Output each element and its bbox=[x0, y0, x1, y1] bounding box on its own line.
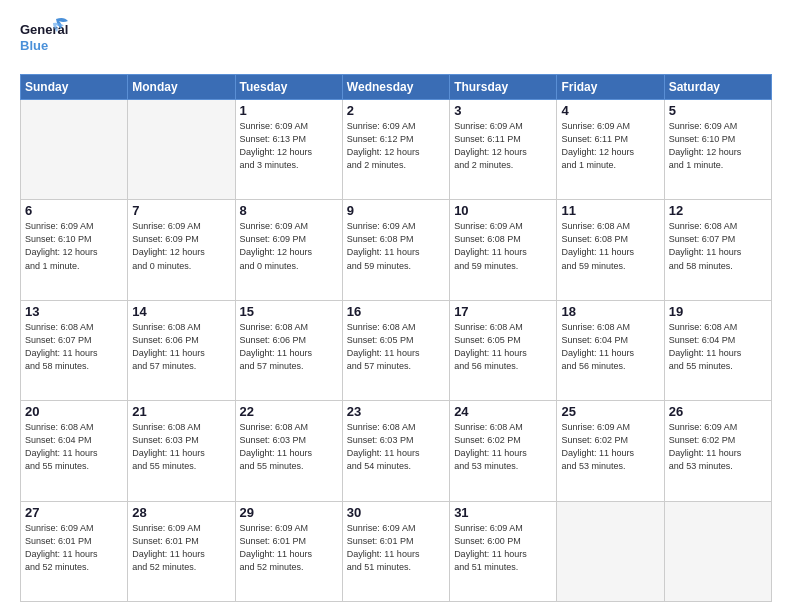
calendar-table: SundayMondayTuesdayWednesdayThursdayFrid… bbox=[20, 74, 772, 602]
day-cell-empty bbox=[557, 501, 664, 601]
day-cell-27: 27Sunrise: 6:09 AM Sunset: 6:01 PM Dayli… bbox=[21, 501, 128, 601]
day-cell-26: 26Sunrise: 6:09 AM Sunset: 6:02 PM Dayli… bbox=[664, 401, 771, 501]
day-info-13: Sunrise: 6:08 AM Sunset: 6:07 PM Dayligh… bbox=[25, 321, 123, 373]
day-cell-20: 20Sunrise: 6:08 AM Sunset: 6:04 PM Dayli… bbox=[21, 401, 128, 501]
day-cell-8: 8Sunrise: 6:09 AM Sunset: 6:09 PM Daylig… bbox=[235, 200, 342, 300]
day-info-22: Sunrise: 6:08 AM Sunset: 6:03 PM Dayligh… bbox=[240, 421, 338, 473]
weekday-friday: Friday bbox=[557, 75, 664, 100]
day-info-10: Sunrise: 6:09 AM Sunset: 6:08 PM Dayligh… bbox=[454, 220, 552, 272]
day-info-26: Sunrise: 6:09 AM Sunset: 6:02 PM Dayligh… bbox=[669, 421, 767, 473]
day-info-9: Sunrise: 6:09 AM Sunset: 6:08 PM Dayligh… bbox=[347, 220, 445, 272]
day-info-29: Sunrise: 6:09 AM Sunset: 6:01 PM Dayligh… bbox=[240, 522, 338, 574]
weekday-row: SundayMondayTuesdayWednesdayThursdayFrid… bbox=[21, 75, 772, 100]
day-info-3: Sunrise: 6:09 AM Sunset: 6:11 PM Dayligh… bbox=[454, 120, 552, 172]
day-info-4: Sunrise: 6:09 AM Sunset: 6:11 PM Dayligh… bbox=[561, 120, 659, 172]
day-number-25: 25 bbox=[561, 404, 659, 419]
day-number-14: 14 bbox=[132, 304, 230, 319]
day-cell-23: 23Sunrise: 6:08 AM Sunset: 6:03 PM Dayli… bbox=[342, 401, 449, 501]
day-cell-17: 17Sunrise: 6:08 AM Sunset: 6:05 PM Dayli… bbox=[450, 300, 557, 400]
day-cell-30: 30Sunrise: 6:09 AM Sunset: 6:01 PM Dayli… bbox=[342, 501, 449, 601]
day-number-26: 26 bbox=[669, 404, 767, 419]
day-info-18: Sunrise: 6:08 AM Sunset: 6:04 PM Dayligh… bbox=[561, 321, 659, 373]
day-info-11: Sunrise: 6:08 AM Sunset: 6:08 PM Dayligh… bbox=[561, 220, 659, 272]
day-number-30: 30 bbox=[347, 505, 445, 520]
day-number-17: 17 bbox=[454, 304, 552, 319]
day-number-5: 5 bbox=[669, 103, 767, 118]
day-cell-14: 14Sunrise: 6:08 AM Sunset: 6:06 PM Dayli… bbox=[128, 300, 235, 400]
day-info-1: Sunrise: 6:09 AM Sunset: 6:13 PM Dayligh… bbox=[240, 120, 338, 172]
day-cell-25: 25Sunrise: 6:09 AM Sunset: 6:02 PM Dayli… bbox=[557, 401, 664, 501]
day-info-16: Sunrise: 6:08 AM Sunset: 6:05 PM Dayligh… bbox=[347, 321, 445, 373]
week-row-3: 13Sunrise: 6:08 AM Sunset: 6:07 PM Dayli… bbox=[21, 300, 772, 400]
day-number-9: 9 bbox=[347, 203, 445, 218]
day-number-3: 3 bbox=[454, 103, 552, 118]
day-number-19: 19 bbox=[669, 304, 767, 319]
day-info-31: Sunrise: 6:09 AM Sunset: 6:00 PM Dayligh… bbox=[454, 522, 552, 574]
day-number-2: 2 bbox=[347, 103, 445, 118]
weekday-monday: Monday bbox=[128, 75, 235, 100]
day-info-14: Sunrise: 6:08 AM Sunset: 6:06 PM Dayligh… bbox=[132, 321, 230, 373]
week-row-1: 1Sunrise: 6:09 AM Sunset: 6:13 PM Daylig… bbox=[21, 100, 772, 200]
day-number-23: 23 bbox=[347, 404, 445, 419]
day-cell-10: 10Sunrise: 6:09 AM Sunset: 6:08 PM Dayli… bbox=[450, 200, 557, 300]
day-number-31: 31 bbox=[454, 505, 552, 520]
day-info-7: Sunrise: 6:09 AM Sunset: 6:09 PM Dayligh… bbox=[132, 220, 230, 272]
header: General Blue bbox=[20, 16, 772, 64]
day-cell-11: 11Sunrise: 6:08 AM Sunset: 6:08 PM Dayli… bbox=[557, 200, 664, 300]
day-number-21: 21 bbox=[132, 404, 230, 419]
day-cell-3: 3Sunrise: 6:09 AM Sunset: 6:11 PM Daylig… bbox=[450, 100, 557, 200]
day-cell-2: 2Sunrise: 6:09 AM Sunset: 6:12 PM Daylig… bbox=[342, 100, 449, 200]
day-cell-31: 31Sunrise: 6:09 AM Sunset: 6:00 PM Dayli… bbox=[450, 501, 557, 601]
day-info-23: Sunrise: 6:08 AM Sunset: 6:03 PM Dayligh… bbox=[347, 421, 445, 473]
day-info-8: Sunrise: 6:09 AM Sunset: 6:09 PM Dayligh… bbox=[240, 220, 338, 272]
day-cell-12: 12Sunrise: 6:08 AM Sunset: 6:07 PM Dayli… bbox=[664, 200, 771, 300]
day-info-21: Sunrise: 6:08 AM Sunset: 6:03 PM Dayligh… bbox=[132, 421, 230, 473]
day-number-1: 1 bbox=[240, 103, 338, 118]
day-number-8: 8 bbox=[240, 203, 338, 218]
logo-svg: General Blue bbox=[20, 16, 70, 64]
weekday-saturday: Saturday bbox=[664, 75, 771, 100]
day-cell-21: 21Sunrise: 6:08 AM Sunset: 6:03 PM Dayli… bbox=[128, 401, 235, 501]
calendar-body: 1Sunrise: 6:09 AM Sunset: 6:13 PM Daylig… bbox=[21, 100, 772, 602]
weekday-tuesday: Tuesday bbox=[235, 75, 342, 100]
weekday-sunday: Sunday bbox=[21, 75, 128, 100]
day-number-13: 13 bbox=[25, 304, 123, 319]
day-cell-6: 6Sunrise: 6:09 AM Sunset: 6:10 PM Daylig… bbox=[21, 200, 128, 300]
day-cell-22: 22Sunrise: 6:08 AM Sunset: 6:03 PM Dayli… bbox=[235, 401, 342, 501]
day-number-24: 24 bbox=[454, 404, 552, 419]
day-cell-18: 18Sunrise: 6:08 AM Sunset: 6:04 PM Dayli… bbox=[557, 300, 664, 400]
logo: General Blue bbox=[20, 16, 70, 64]
day-info-12: Sunrise: 6:08 AM Sunset: 6:07 PM Dayligh… bbox=[669, 220, 767, 272]
weekday-wednesday: Wednesday bbox=[342, 75, 449, 100]
day-cell-16: 16Sunrise: 6:08 AM Sunset: 6:05 PM Dayli… bbox=[342, 300, 449, 400]
day-number-7: 7 bbox=[132, 203, 230, 218]
day-cell-1: 1Sunrise: 6:09 AM Sunset: 6:13 PM Daylig… bbox=[235, 100, 342, 200]
day-number-22: 22 bbox=[240, 404, 338, 419]
day-cell-empty bbox=[128, 100, 235, 200]
day-number-27: 27 bbox=[25, 505, 123, 520]
day-number-18: 18 bbox=[561, 304, 659, 319]
day-info-20: Sunrise: 6:08 AM Sunset: 6:04 PM Dayligh… bbox=[25, 421, 123, 473]
day-info-27: Sunrise: 6:09 AM Sunset: 6:01 PM Dayligh… bbox=[25, 522, 123, 574]
day-info-25: Sunrise: 6:09 AM Sunset: 6:02 PM Dayligh… bbox=[561, 421, 659, 473]
weekday-thursday: Thursday bbox=[450, 75, 557, 100]
day-info-15: Sunrise: 6:08 AM Sunset: 6:06 PM Dayligh… bbox=[240, 321, 338, 373]
calendar-header: SundayMondayTuesdayWednesdayThursdayFrid… bbox=[21, 75, 772, 100]
day-number-15: 15 bbox=[240, 304, 338, 319]
day-number-6: 6 bbox=[25, 203, 123, 218]
day-number-16: 16 bbox=[347, 304, 445, 319]
day-number-10: 10 bbox=[454, 203, 552, 218]
day-info-28: Sunrise: 6:09 AM Sunset: 6:01 PM Dayligh… bbox=[132, 522, 230, 574]
day-info-24: Sunrise: 6:08 AM Sunset: 6:02 PM Dayligh… bbox=[454, 421, 552, 473]
day-info-19: Sunrise: 6:08 AM Sunset: 6:04 PM Dayligh… bbox=[669, 321, 767, 373]
day-cell-15: 15Sunrise: 6:08 AM Sunset: 6:06 PM Dayli… bbox=[235, 300, 342, 400]
day-info-6: Sunrise: 6:09 AM Sunset: 6:10 PM Dayligh… bbox=[25, 220, 123, 272]
day-number-20: 20 bbox=[25, 404, 123, 419]
day-cell-9: 9Sunrise: 6:09 AM Sunset: 6:08 PM Daylig… bbox=[342, 200, 449, 300]
week-row-4: 20Sunrise: 6:08 AM Sunset: 6:04 PM Dayli… bbox=[21, 401, 772, 501]
day-cell-13: 13Sunrise: 6:08 AM Sunset: 6:07 PM Dayli… bbox=[21, 300, 128, 400]
day-cell-29: 29Sunrise: 6:09 AM Sunset: 6:01 PM Dayli… bbox=[235, 501, 342, 601]
day-cell-empty bbox=[664, 501, 771, 601]
day-cell-4: 4Sunrise: 6:09 AM Sunset: 6:11 PM Daylig… bbox=[557, 100, 664, 200]
day-number-28: 28 bbox=[132, 505, 230, 520]
